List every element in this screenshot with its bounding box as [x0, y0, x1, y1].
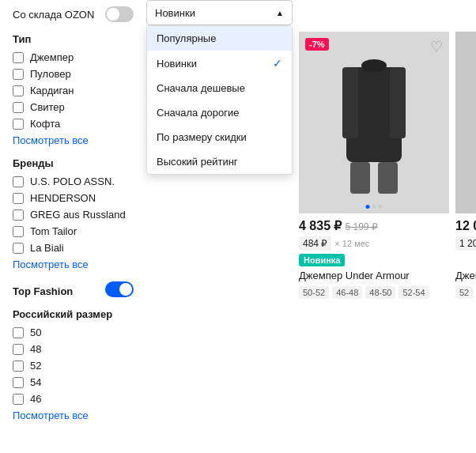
sort-option-label-2: Сначала дешевые	[157, 82, 245, 94]
size-checkbox-2[interactable]	[13, 361, 24, 372]
sort-option-label-4: По размеру скидки	[157, 131, 247, 143]
brand-checkbox-2[interactable]	[13, 210, 24, 221]
size-item-3: 54	[13, 376, 134, 388]
type-checkbox-0[interactable]	[13, 52, 24, 63]
type-checkbox-4[interactable]	[13, 119, 24, 130]
products-area: -7% ♡ 4 835 ₽ 5 199 ₽ 484 ₽ ×	[293, 0, 476, 453]
svg-rect-4	[350, 162, 370, 194]
product-image-0[interactable]: -7% ♡	[299, 32, 449, 213]
product-name-0[interactable]: Джемпер Under Armour	[299, 270, 449, 281]
product-image-svg-0	[331, 43, 417, 202]
sort-option-0[interactable]: Популярные	[147, 26, 292, 51]
product-monthly-price-1: 1 200 ₽	[455, 236, 476, 251]
sort-option-5[interactable]: Высокий рейтинг	[147, 149, 292, 174]
size-tag-0-0[interactable]: 50-52	[299, 286, 329, 299]
product-name-1[interactable]: Джемпер MILANOMANIA	[455, 270, 476, 281]
sort-option-2[interactable]: Сначала дешевые	[147, 76, 292, 100]
sort-option-label-1: Новинки	[157, 58, 197, 70]
brand-label-3[interactable]: Tom Tailor	[30, 225, 77, 237]
type-item-0: Джемпер	[13, 51, 134, 63]
sort-area: Новинки ▲ Популярные Новинки ✓ Сначала д…	[146, 0, 304, 25]
type-see-all[interactable]: Посмотреть все	[13, 134, 134, 146]
size-item-2: 52	[13, 360, 134, 372]
brand-label-2[interactable]: GREG aus Russland	[30, 209, 126, 221]
brand-label-0[interactable]: U.S. POLO ASSN.	[30, 176, 115, 187]
size-item-0: 50	[13, 327, 134, 338]
product-price-1: 12 000 ₽	[455, 218, 476, 233]
brand-checkbox-3[interactable]	[13, 226, 24, 237]
sort-check-icon: ✓	[273, 57, 282, 70]
dot-0-0	[366, 205, 370, 209]
size-section: Российский размер 50 48 52 54 46 Посмот	[13, 308, 134, 421]
brand-label-1[interactable]: HENDERSON	[30, 192, 96, 204]
product-badge-0: Новинка	[299, 254, 345, 266]
brand-item-3: Tom Tailor	[13, 225, 134, 237]
size-tag-0-2[interactable]: 48-50	[365, 286, 395, 299]
type-checkbox-3[interactable]	[13, 102, 24, 113]
type-item-3: Свитер	[13, 101, 134, 113]
size-checkbox-4[interactable]	[13, 394, 24, 405]
size-label-1[interactable]: 48	[30, 343, 41, 355]
brand-item-1: HENDERSON	[13, 192, 134, 204]
sort-option-4[interactable]: По размеру скидки	[147, 125, 292, 149]
product-info-0: 4 835 ₽ 5 199 ₽ 484 ₽ × 12 мес Новинка Д…	[299, 213, 449, 304]
sort-option-1[interactable]: Новинки ✓	[147, 51, 292, 76]
product-price-0: 4 835 ₽	[299, 218, 342, 233]
product-monthly-price-0: 484 ₽	[299, 236, 331, 251]
brand-label-4[interactable]: La Biali	[30, 242, 64, 254]
sort-current-label: Новинки	[155, 7, 195, 19]
size-label-2[interactable]: 52	[30, 360, 41, 372]
product-card-1: 12 000 ₽ 1 200 ₽ × 12 мес Джемпер MILANO…	[455, 32, 476, 304]
product-dots-0	[366, 205, 383, 209]
sort-option-label-3: Сначала дорогие	[157, 107, 239, 119]
size-tag-0-1[interactable]: 46-48	[332, 286, 362, 299]
products-grid: -7% ♡ 4 835 ₽ 5 199 ₽ 484 ₽ ×	[293, 32, 476, 304]
dot-0-2	[379, 205, 383, 209]
size-label-3[interactable]: 54	[30, 376, 41, 388]
product-monthly-label-0: × 12 мес	[334, 239, 369, 248]
size-checkbox-0[interactable]	[13, 327, 24, 338]
size-see-all[interactable]: Посмотреть все	[13, 410, 134, 421]
size-item-4: 46	[13, 393, 134, 405]
size-section-title: Российский размер	[13, 308, 134, 320]
type-checkbox-1[interactable]	[13, 69, 24, 80]
brand-section: Бренды U.S. POLO ASSN. HENDERSON GREG au…	[13, 157, 134, 270]
sort-option-label-0: Популярные	[157, 32, 216, 44]
ozon-filter-row: Со склада OZON	[13, 6, 134, 22]
size-tag-1-0[interactable]: 52	[455, 286, 473, 299]
product-card-0: -7% ♡ 4 835 ₽ 5 199 ₽ 484 ₽ ×	[299, 32, 449, 304]
type-label-4[interactable]: Кофта	[30, 118, 60, 130]
type-label-0[interactable]: Джемпер	[30, 51, 74, 63]
size-tag-0-3[interactable]: 52-54	[399, 286, 429, 299]
sort-select[interactable]: Новинки ▲	[146, 0, 293, 25]
top-fashion-toggle[interactable]	[105, 281, 134, 297]
svg-rect-5	[378, 162, 398, 194]
type-label-1[interactable]: Пуловер	[30, 68, 71, 80]
product-info-1: 12 000 ₽ 1 200 ₽ × 12 мес Джемпер MILANO…	[455, 213, 476, 304]
type-section-title: Тип	[13, 33, 134, 45]
size-checkbox-1[interactable]	[13, 344, 24, 355]
product-monthly-row-0: 484 ₽ × 12 мес	[299, 236, 449, 251]
brand-checkbox-0[interactable]	[13, 176, 24, 187]
product-image-1[interactable]	[455, 32, 476, 213]
brand-checkbox-4[interactable]	[13, 243, 24, 254]
size-label-0[interactable]: 50	[30, 327, 41, 338]
dot-0-1	[372, 205, 376, 209]
product-sizes-0: 50-52 46-48 48-50 52-54	[299, 286, 449, 299]
type-section: Тип Джемпер Пуловер Кардиган Свитер Кофт…	[13, 33, 134, 146]
product-price-old-0: 5 199 ₽	[345, 221, 377, 232]
ozon-toggle[interactable]	[105, 6, 134, 22]
product-price-row-1: 12 000 ₽	[455, 218, 476, 233]
type-label-2[interactable]: Кардиган	[30, 85, 74, 96]
brand-checkbox-1[interactable]	[13, 193, 24, 204]
size-checkbox-3[interactable]	[13, 377, 24, 388]
sort-dropdown-menu: Популярные Новинки ✓ Сначала дешевые Сна…	[146, 25, 293, 175]
brand-item-4: La Biali	[13, 242, 134, 254]
size-label-4[interactable]: 46	[30, 393, 41, 405]
wishlist-button-0[interactable]: ♡	[430, 38, 443, 55]
type-label-3[interactable]: Свитер	[30, 101, 65, 113]
brand-see-all[interactable]: Посмотреть все	[13, 259, 134, 270]
brand-item-2: GREG aus Russland	[13, 209, 134, 221]
type-checkbox-2[interactable]	[13, 85, 24, 96]
sort-option-3[interactable]: Сначала дорогие	[147, 100, 292, 125]
